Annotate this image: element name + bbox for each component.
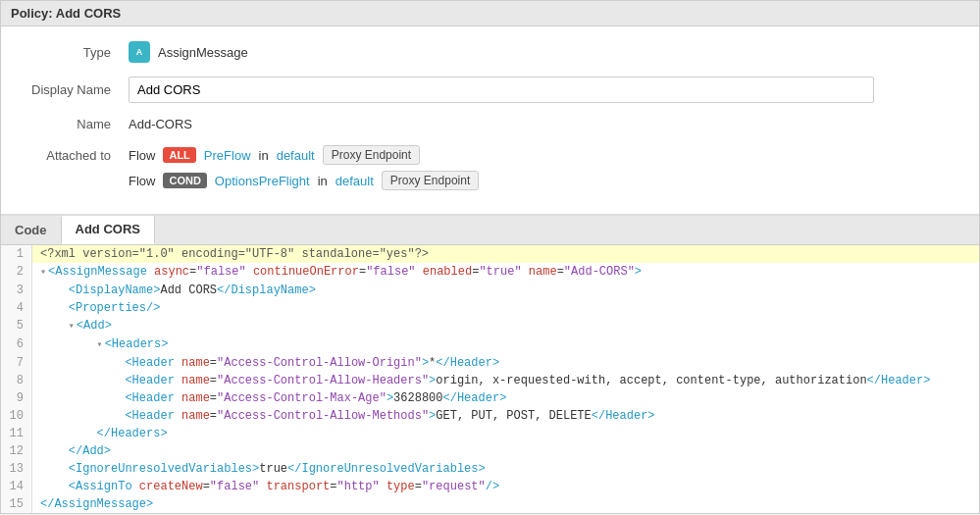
line-content-12: </Add> <box>32 442 111 460</box>
flow-label-2: Flow <box>129 174 155 188</box>
attached-to-label: Attached to <box>21 145 129 163</box>
code-line-15: 15 </AssignMessage> <box>1 495 979 513</box>
line-num-1: 1 <box>1 245 32 263</box>
display-name-input[interactable] <box>129 77 874 103</box>
code-line-11: 11 </Headers> <box>1 425 979 442</box>
code-line-14: 14 <AssignTo createNew="false" transport… <box>1 478 979 495</box>
line-num-9: 9 <box>1 389 32 407</box>
code-line-7: 7 <Header name="Access-Control-Allow-Ori… <box>1 354 979 372</box>
code-line-8: 8 <Header name="Access-Control-Allow-Hea… <box>1 372 979 389</box>
preflow-link[interactable]: PreFlow <box>204 148 251 163</box>
code-line-2: 2 ▾<AssignMessage async="false" continue… <box>1 263 979 282</box>
code-line-6: 6 ▾<Headers> <box>1 335 979 354</box>
line-content-9: <Header name="Access-Control-Max-Age">36… <box>32 389 506 407</box>
badge-cond: COND <box>163 173 206 188</box>
code-line-10: 10 <Header name="Access-Control-Allow-Me… <box>1 407 979 425</box>
proxy-endpoint-btn-2[interactable]: Proxy Endpoint <box>382 171 479 190</box>
name-label: Name <box>21 117 129 131</box>
window-title: Policy: Add CORS <box>11 6 121 21</box>
attached-block: Flow ALL PreFlow in default Proxy Endpoi… <box>129 145 479 190</box>
line-content-2: ▾<AssignMessage async="false" continueOn… <box>32 263 642 282</box>
code-section: Code Add CORS 1 <?xml version="1.0" enco… <box>1 216 979 513</box>
type-text: AssignMessage <box>158 45 248 60</box>
line-num-10: 10 <box>1 407 32 425</box>
tab-code[interactable]: Code <box>1 217 62 243</box>
code-line-12: 12 </Add> <box>1 442 979 460</box>
attached-to-row: Attached to Flow ALL PreFlow in default … <box>21 145 959 190</box>
code-tab-bar: Code Add CORS <box>1 216 979 245</box>
type-label: Type <box>21 45 129 60</box>
assign-message-icon: A <box>132 45 146 59</box>
code-line-1: 1 <?xml version="1.0" encoding="UTF-8" s… <box>1 245 979 263</box>
line-num-6: 6 <box>1 335 32 354</box>
line-content-10: <Header name="Access-Control-Allow-Metho… <box>32 407 655 425</box>
code-area: 1 <?xml version="1.0" encoding="UTF-8" s… <box>1 245 979 513</box>
type-icon: A <box>129 41 150 63</box>
line-content-13: <IgnoreUnresolvedVariables>true</IgnoreU… <box>32 460 486 478</box>
line-num-2: 2 <box>1 263 32 282</box>
default-link-1[interactable]: default <box>277 148 315 163</box>
line-content-7: <Header name="Access-Control-Allow-Origi… <box>32 354 499 372</box>
line-content-11: </Headers> <box>32 425 168 442</box>
type-value-container: A AssignMessage <box>129 41 248 63</box>
line-num-8: 8 <box>1 372 32 389</box>
line-content-14: <AssignTo createNew="false" transport="h… <box>32 478 499 495</box>
form-section: Type A AssignMessage Display Name Name A… <box>1 26 979 216</box>
line-num-14: 14 <box>1 478 32 495</box>
line-num-12: 12 <box>1 442 32 460</box>
flow-label-1: Flow <box>129 148 155 163</box>
line-content-4: <Properties/> <box>32 299 160 317</box>
line-content-3: <DisplayName>Add CORS</DisplayName> <box>32 282 316 299</box>
in-text-1: in <box>259 148 269 163</box>
line-num-3: 3 <box>1 282 32 299</box>
line-content-15: </AssignMessage> <box>32 495 153 513</box>
code-line-4: 4 <Properties/> <box>1 299 979 317</box>
title-bar: Policy: Add CORS <box>1 1 979 26</box>
display-name-row: Display Name <box>21 77 959 103</box>
code-line-13: 13 <IgnoreUnresolvedVariables>true</Igno… <box>1 460 979 478</box>
line-content-5: ▾<Add> <box>32 317 112 335</box>
code-line-9: 9 <Header name="Access-Control-Max-Age">… <box>1 389 979 407</box>
line-num-15: 15 <box>1 495 32 513</box>
line-content-8: <Header name="Access-Control-Allow-Heade… <box>32 372 930 389</box>
line-content-1: <?xml version="1.0" encoding="UTF-8" sta… <box>32 245 429 263</box>
svg-text:A: A <box>136 47 143 57</box>
proxy-endpoint-btn-1[interactable]: Proxy Endpoint <box>323 145 420 165</box>
line-content-6: ▾<Headers> <box>32 335 168 354</box>
default-link-2[interactable]: default <box>335 174 374 188</box>
in-text-2: in <box>318 174 328 188</box>
code-line-3: 3 <DisplayName>Add CORS</DisplayName> <box>1 282 979 299</box>
line-num-4: 4 <box>1 299 32 317</box>
flow-row-2: Flow COND OptionsPreFlight in default Pr… <box>129 171 479 190</box>
name-row: Name Add-CORS <box>21 117 959 131</box>
badge-all: ALL <box>163 147 195 163</box>
tab-add-cors[interactable]: Add CORS <box>62 216 155 244</box>
name-value: Add-CORS <box>129 117 192 131</box>
flow-row-1: Flow ALL PreFlow in default Proxy Endpoi… <box>129 145 479 165</box>
line-num-13: 13 <box>1 460 32 478</box>
line-num-5: 5 <box>1 317 32 335</box>
line-num-11: 11 <box>1 425 32 442</box>
code-line-5: 5 ▾<Add> <box>1 317 979 335</box>
policy-window: Policy: Add CORS Type A AssignMessage Di… <box>0 0 980 514</box>
display-name-label: Display Name <box>21 82 129 97</box>
type-row: Type A AssignMessage <box>21 41 959 63</box>
line-num-7: 7 <box>1 354 32 372</box>
optionspreflight-link[interactable]: OptionsPreFlight <box>215 174 310 188</box>
